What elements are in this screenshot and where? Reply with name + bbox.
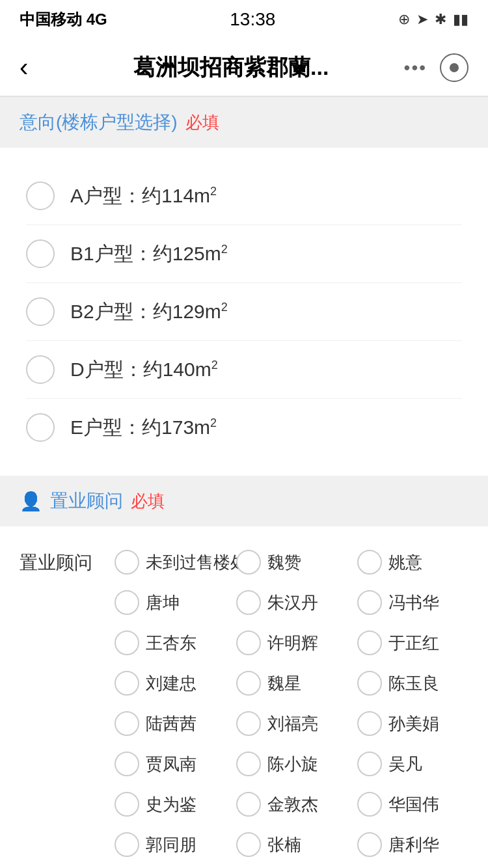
radio-typeB1[interactable] bbox=[26, 239, 55, 268]
radio-typeD[interactable] bbox=[26, 355, 55, 384]
option-typeD-label: D户型：约140m2 bbox=[70, 357, 218, 383]
advisor-item-8[interactable]: 于正红 bbox=[353, 623, 475, 663]
advisor-name-9: 刘建忠 bbox=[146, 672, 197, 695]
radio-advisor-6[interactable] bbox=[115, 631, 139, 655]
advisor-name-3: 唐坤 bbox=[146, 591, 180, 614]
radio-advisor-3[interactable] bbox=[115, 590, 139, 615]
radio-advisor-2[interactable] bbox=[357, 550, 382, 575]
advisor-item-4[interactable]: 朱汉丹 bbox=[232, 582, 354, 623]
advisor-item-26[interactable]: 邵宇 bbox=[353, 865, 475, 868]
advisor-item-16[interactable]: 陈小旋 bbox=[232, 744, 354, 784]
advisor-item-14[interactable]: 孙美娟 bbox=[353, 703, 475, 744]
advisor-row: 置业顾问 未到过售楼处 魏赞 姚意 唐坤 朱汉丹 bbox=[20, 542, 475, 868]
advisor-item-9[interactable]: 刘建忠 bbox=[111, 663, 232, 703]
advisor-name-16: 陈小旋 bbox=[267, 753, 318, 776]
radio-typeA[interactable] bbox=[26, 182, 55, 210]
advisor-item-7[interactable]: 许明辉 bbox=[232, 623, 354, 663]
advisor-name-13: 刘福亮 bbox=[267, 712, 318, 735]
advisor-item-1[interactable]: 魏赞 bbox=[232, 542, 354, 582]
radio-advisor-7[interactable] bbox=[236, 631, 261, 655]
advisor-item-22[interactable]: 张楠 bbox=[232, 824, 354, 865]
radio-advisor-13[interactable] bbox=[236, 711, 261, 736]
advisor-item-6[interactable]: 王杏东 bbox=[111, 623, 232, 663]
advisor-name-6: 王杏东 bbox=[146, 632, 197, 655]
advisor-item-25[interactable]: 宗艳羚 bbox=[232, 865, 354, 868]
back-button[interactable]: ‹ bbox=[20, 53, 59, 82]
advisor-item-21[interactable]: 郭同朋 bbox=[111, 824, 232, 865]
radio-advisor-21[interactable] bbox=[115, 832, 139, 857]
radio-advisor-14[interactable] bbox=[357, 711, 382, 736]
advisor-item-17[interactable]: 吴凡 bbox=[353, 744, 475, 784]
option-typeB1[interactable]: B1户型：约125m2 bbox=[26, 225, 462, 283]
person-icon: 👤 bbox=[20, 491, 42, 512]
advisor-required-badge: 必填 bbox=[131, 490, 165, 513]
advisor-item-15[interactable]: 贾凤南 bbox=[111, 744, 232, 784]
advisor-card: 置业顾问 未到过售楼处 魏赞 姚意 唐坤 朱汉丹 bbox=[0, 526, 488, 868]
advisor-name-7: 许明辉 bbox=[267, 632, 318, 655]
radio-typeB2[interactable] bbox=[26, 297, 55, 326]
record-button[interactable] bbox=[440, 53, 468, 82]
advisor-name-18: 史为鉴 bbox=[146, 793, 197, 816]
advisor-item-3[interactable]: 唐坤 bbox=[111, 582, 232, 623]
advisor-name-10: 魏星 bbox=[267, 672, 301, 695]
advisor-name-8: 于正红 bbox=[388, 632, 439, 655]
radio-advisor-12[interactable] bbox=[115, 711, 139, 736]
advisor-section-header: 👤 置业顾问 必填 bbox=[0, 476, 488, 526]
advisor-name-19: 金敦杰 bbox=[267, 793, 318, 816]
intent-required-badge: 必填 bbox=[185, 111, 219, 134]
intent-options-card: A户型：约114m2 B1户型：约125m2 B2户型：约129m2 D户型：约… bbox=[0, 148, 488, 476]
advisor-item-13[interactable]: 刘福亮 bbox=[232, 703, 354, 744]
option-typeE[interactable]: E户型：约173m2 bbox=[26, 399, 462, 456]
radio-advisor-8[interactable] bbox=[357, 631, 382, 655]
radio-advisor-23[interactable] bbox=[357, 832, 382, 857]
radio-advisor-1[interactable] bbox=[236, 550, 261, 575]
advisor-name-21: 郭同朋 bbox=[146, 834, 197, 856]
advisor-name-2: 姚意 bbox=[388, 551, 422, 574]
option-typeE-label: E户型：约173m2 bbox=[70, 414, 217, 441]
advisor-item-19[interactable]: 金敦杰 bbox=[232, 784, 354, 824]
advisor-item-0[interactable]: 未到过售楼处 bbox=[111, 542, 232, 582]
more-button[interactable]: ••• bbox=[404, 57, 427, 78]
carrier-info: 中国移动 4G bbox=[20, 9, 107, 30]
advisor-item-2[interactable]: 姚意 bbox=[353, 542, 475, 582]
advisor-name-11: 陈玉良 bbox=[388, 672, 439, 695]
bluetooth-icon: ✱ bbox=[435, 11, 446, 28]
advisor-name-22: 张楠 bbox=[267, 834, 301, 856]
advisor-name-20: 华国伟 bbox=[388, 793, 439, 816]
status-icons: ⊕ ➤ ✱ ▮▮ bbox=[398, 11, 468, 28]
radio-advisor-22[interactable] bbox=[236, 832, 261, 857]
option-typeB2[interactable]: B2户型：约129m2 bbox=[26, 283, 462, 341]
advisor-row-label: 置业顾问 bbox=[20, 542, 111, 578]
radio-advisor-19[interactable] bbox=[236, 792, 261, 817]
advisor-name-5: 冯书华 bbox=[388, 591, 439, 614]
advisor-item-20[interactable]: 华国伟 bbox=[353, 784, 475, 824]
radio-advisor-10[interactable] bbox=[236, 671, 261, 696]
radio-advisor-20[interactable] bbox=[357, 792, 382, 817]
radio-advisor-5[interactable] bbox=[357, 590, 382, 615]
radio-advisor-4[interactable] bbox=[236, 590, 261, 615]
advisor-grid: 未到过售楼处 魏赞 姚意 唐坤 朱汉丹 冯书华 bbox=[111, 542, 475, 868]
advisor-name-12: 陆茜茜 bbox=[146, 712, 197, 735]
radio-advisor-11[interactable] bbox=[357, 671, 382, 696]
radio-advisor-18[interactable] bbox=[115, 792, 139, 817]
advisor-item-5[interactable]: 冯书华 bbox=[353, 582, 475, 623]
option-typeB2-label: B2户型：约129m2 bbox=[70, 299, 228, 325]
radio-advisor-9[interactable] bbox=[115, 671, 139, 696]
radio-advisor-16[interactable] bbox=[236, 752, 261, 776]
advisor-item-18[interactable]: 史为鉴 bbox=[111, 784, 232, 824]
radio-typeE[interactable] bbox=[26, 413, 55, 442]
radio-advisor-0[interactable] bbox=[115, 550, 139, 575]
radio-advisor-15[interactable] bbox=[115, 752, 139, 776]
advisor-item-11[interactable]: 陈玉良 bbox=[353, 663, 475, 703]
record-icon bbox=[450, 63, 459, 72]
advisor-name-23: 唐利华 bbox=[388, 834, 439, 856]
advisor-item-24[interactable]: 皮银艳 bbox=[111, 865, 232, 868]
advisor-item-23[interactable]: 唐利华 bbox=[353, 824, 475, 865]
option-typeD[interactable]: D户型：约140m2 bbox=[26, 341, 462, 399]
lock-icon: ⊕ bbox=[398, 11, 410, 28]
option-typeA[interactable]: A户型：约114m2 bbox=[26, 167, 462, 225]
radio-advisor-17[interactable] bbox=[357, 752, 382, 776]
advisor-name-14: 孙美娟 bbox=[388, 712, 439, 735]
advisor-item-10[interactable]: 魏星 bbox=[232, 663, 354, 703]
advisor-item-12[interactable]: 陆茜茜 bbox=[111, 703, 232, 744]
